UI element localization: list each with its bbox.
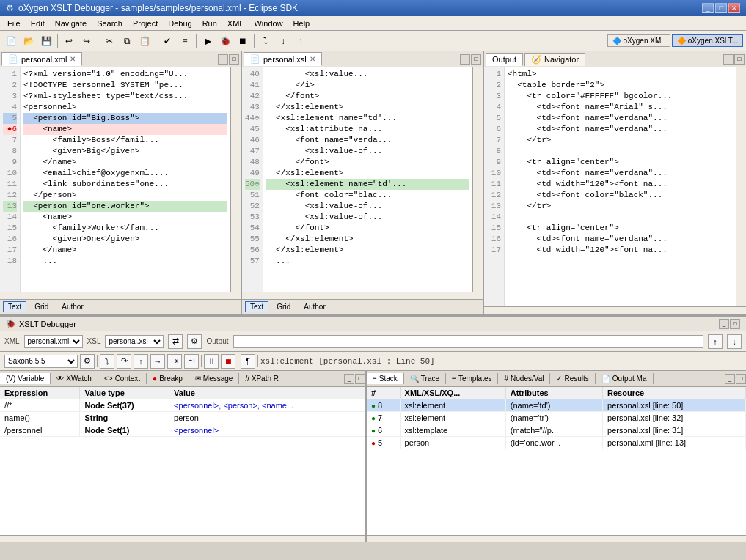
left-minimize[interactable]: _ xyxy=(344,374,354,384)
xsl-vscroll[interactable] xyxy=(472,67,483,292)
output-btn1[interactable]: ↑ xyxy=(708,334,723,349)
left-maximize[interactable]: □ xyxy=(355,374,365,384)
output-hscroll[interactable] xyxy=(484,306,746,314)
right-minimize[interactable]: _ xyxy=(725,374,735,384)
xsl-text-tab[interactable]: Text xyxy=(245,301,268,312)
menu-search[interactable]: Search xyxy=(92,18,127,29)
run-to-end[interactable]: ⇥ xyxy=(167,354,182,369)
stack-row[interactable]: ● 7 xsl:element (name='tr') personal.xsl… xyxy=(367,412,746,424)
menu-navigate[interactable]: Navigate xyxy=(51,18,91,29)
stack-row[interactable]: ● 6 xsl:template (match="//p... personal… xyxy=(367,424,746,437)
new-button[interactable]: 📄 xyxy=(3,33,19,49)
xml-hscroll[interactable] xyxy=(0,292,241,299)
undo-button[interactable]: ↩ xyxy=(61,33,77,49)
variable-row[interactable]: /personnel Node Set(1) <personnel> xyxy=(0,424,365,437)
step-over-button[interactable]: ⤵ xyxy=(257,33,274,49)
breakpoint-tab[interactable]: ● Breakp xyxy=(147,373,189,384)
options-button[interactable]: ⚙ xyxy=(187,334,202,349)
output-vscroll[interactable] xyxy=(736,67,746,306)
menu-edit[interactable]: Edit xyxy=(26,18,49,29)
step-out-btn[interactable]: ↑ xyxy=(134,354,148,369)
stack-row[interactable]: ● 5 person (id='one.wor... personal.xml … xyxy=(367,437,746,449)
run-button[interactable]: ▶ xyxy=(200,33,216,49)
xml-maximize[interactable]: □ xyxy=(229,54,239,65)
output-tab[interactable]: Output xyxy=(486,53,523,66)
minimize-button[interactable]: _ xyxy=(702,3,714,13)
menu-debug[interactable]: Debug xyxy=(164,18,196,29)
output-maximize[interactable]: □ xyxy=(734,54,745,65)
format-button[interactable]: ≡ xyxy=(177,33,193,49)
xml-minimize[interactable]: _ xyxy=(218,54,228,65)
output-ma-tab[interactable]: 📄 Output Ma xyxy=(596,373,654,384)
right-maximize[interactable]: □ xyxy=(736,374,746,384)
menu-xml[interactable]: XML xyxy=(223,18,249,29)
xml-select[interactable]: personal.xml xyxy=(24,335,83,348)
menu-help[interactable]: Help xyxy=(289,18,315,29)
debugger-maximize[interactable]: □ xyxy=(730,319,740,329)
xwatch-tab[interactable]: 👁 XWatch xyxy=(51,373,98,384)
output-btn2[interactable]: ↓ xyxy=(727,334,742,349)
step-over-btn[interactable]: ↷ xyxy=(117,354,131,369)
xsl-minimize[interactable]: _ xyxy=(460,54,470,65)
perspective-oxygen-xslt[interactable]: 🔶 oXygen XSLT... xyxy=(672,34,743,47)
xsl-tab[interactable]: 📄 personal.xsl ✕ xyxy=(244,52,322,66)
xml-tab-close[interactable]: ✕ xyxy=(70,55,76,63)
right-panel-hscroll[interactable] xyxy=(367,535,746,542)
menu-project[interactable]: Project xyxy=(128,18,162,29)
run-to-cursor[interactable]: → xyxy=(150,354,165,369)
copy-button[interactable]: ⧉ xyxy=(119,33,135,49)
engine-settings[interactable]: ⚙ xyxy=(80,354,95,369)
nodes-val-tab[interactable]: # Nodes/Val xyxy=(498,373,550,384)
templates-tab[interactable]: ≡ Templates xyxy=(446,373,498,384)
xsl-author-tab[interactable]: Author xyxy=(299,301,330,312)
variable-row[interactable]: //* Node Set(37) <personnel>, <person>, … xyxy=(0,399,365,412)
xpath-tab[interactable]: // XPath R xyxy=(239,373,285,384)
debug-button[interactable]: 🐞 xyxy=(217,33,233,49)
swap-button[interactable]: ⇄ xyxy=(168,334,183,349)
run-to-bp[interactable]: ⤳ xyxy=(184,354,199,369)
stack-tab[interactable]: ≡ Stack xyxy=(367,373,404,384)
pause-btn[interactable]: ⏸ xyxy=(204,354,219,369)
context-tab[interactable]: <> Context xyxy=(98,373,147,384)
variable-tab[interactable]: (V) Variable xyxy=(0,373,51,384)
close-button[interactable]: ✕ xyxy=(728,3,740,13)
xml-author-tab[interactable]: Author xyxy=(56,301,88,312)
menu-window[interactable]: Window xyxy=(249,18,287,29)
xsl-select[interactable]: personal.xsl xyxy=(105,335,164,348)
xsl-maximize[interactable]: □ xyxy=(471,54,481,65)
stop-button[interactable]: ⏹ xyxy=(235,33,251,49)
menu-run[interactable]: Run xyxy=(198,18,222,29)
code-line: <name> xyxy=(23,212,227,223)
left-panel-hscroll[interactable] xyxy=(0,535,365,542)
step-into-button[interactable]: ↓ xyxy=(275,33,291,49)
message-tab[interactable]: ✉ Message xyxy=(189,373,240,384)
variable-row[interactable]: name() String person xyxy=(0,412,365,424)
maximize-button[interactable]: □ xyxy=(715,3,727,13)
xml-text-tab[interactable]: Text xyxy=(3,301,26,312)
perspective-oxygen-xml[interactable]: 🔷 oXygen XML xyxy=(607,34,670,47)
save-button[interactable]: 💾 xyxy=(38,33,54,49)
debugger-minimize[interactable]: _ xyxy=(719,319,729,329)
open-button[interactable]: 📂 xyxy=(21,33,37,49)
output-minimize[interactable]: _ xyxy=(723,54,734,65)
cut-button[interactable]: ✂ xyxy=(101,33,117,49)
step-out-button[interactable]: ↑ xyxy=(293,33,309,49)
redo-button[interactable]: ↪ xyxy=(78,33,95,49)
navigator-tab[interactable]: 🧭 Navigator xyxy=(524,53,585,66)
paste-button[interactable]: 📋 xyxy=(136,33,153,49)
engine-select[interactable]: Saxon6.5.5 xyxy=(4,355,78,368)
menu-file[interactable]: File xyxy=(3,18,25,29)
stop-btn[interactable]: ⏹ xyxy=(221,354,235,369)
results-tab[interactable]: ✓ Results xyxy=(550,373,595,384)
xsl-grid-tab[interactable]: Grid xyxy=(271,301,296,312)
xml-grid-tab[interactable]: Grid xyxy=(29,301,54,312)
xml-tab[interactable]: 📄 personal.xml ✕ xyxy=(1,52,82,66)
trace-tab[interactable]: 🔍 Trace xyxy=(404,373,446,384)
step-into-btn[interactable]: ⤵ xyxy=(100,354,114,369)
stack-row[interactable]: ● 8 xsl:element (name='td') personal.xsl… xyxy=(367,399,746,412)
xsl-tab-close[interactable]: ✕ xyxy=(310,55,315,63)
xml-vscroll[interactable] xyxy=(230,67,241,292)
validate-button[interactable]: ✔ xyxy=(159,33,175,49)
show-whitespace[interactable]: ¶ xyxy=(241,354,255,369)
xsl-hscroll[interactable] xyxy=(242,292,483,299)
